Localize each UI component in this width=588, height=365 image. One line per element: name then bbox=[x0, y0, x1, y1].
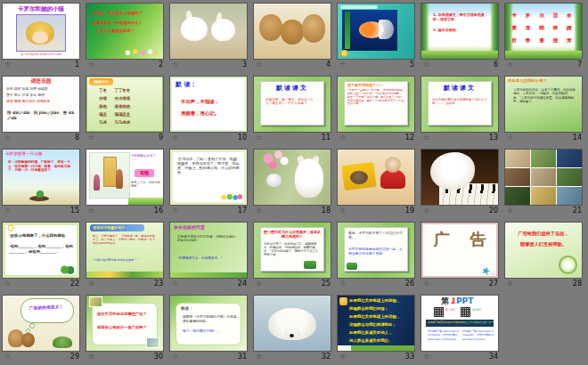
grass-decoration bbox=[128, 198, 163, 205]
transition-star-icon[interactable]: ☆ bbox=[4, 207, 11, 215]
message-line: 如果我们真诚关爱他人， bbox=[349, 330, 413, 336]
slide-thumbnail-4[interactable] bbox=[254, 4, 331, 59]
cat-photo-tile bbox=[505, 187, 530, 205]
transition-star-icon[interactable]: ☆ bbox=[172, 207, 178, 215]
logo-text: 1 bbox=[450, 296, 455, 306]
transition-star-icon[interactable]: ☆ bbox=[423, 207, 429, 215]
slide-thumbnail-28[interactable]: 广告给我们提供了信息，能够使人们互相帮助。 bbox=[505, 223, 582, 278]
transition-star-icon[interactable]: ☆ bbox=[88, 280, 94, 288]
transition-star-icon[interactable]: ☆ bbox=[172, 61, 178, 69]
slide-title: 卡罗尔想有一只小猫 bbox=[5, 151, 42, 157]
word-pair: 冷清 冷冷清清 bbox=[99, 96, 130, 101]
word-row: 渐渐 喵喵 软垫 待着 绒线团 bbox=[6, 87, 78, 92]
transition-star-icon[interactable]: ☆ bbox=[256, 134, 262, 142]
slide-thumbnail-29[interactable]: 广告的作用真大！ bbox=[3, 296, 79, 351]
child-figure bbox=[94, 174, 100, 191]
transition-star-icon[interactable]: ☆ bbox=[256, 280, 262, 288]
slide-thumbnail-24[interactable]: 体会伯洛的可爱它用身子蹭着卡罗尔的腿，冲她喵喵地叫，好像急切地说：“我愿意留下来… bbox=[170, 223, 247, 278]
transition-star-icon[interactable]: ☆ bbox=[507, 280, 513, 288]
slide-meta: ☆ 2 bbox=[86, 59, 165, 71]
transition-star-icon[interactable]: ☆ bbox=[507, 207, 513, 215]
transition-star-icon[interactable]: ☆ bbox=[4, 61, 11, 69]
slide-title: 词语乐园 bbox=[3, 78, 79, 85]
sprout-decoration bbox=[37, 191, 44, 198]
slide-thumbnail-18[interactable] bbox=[254, 150, 331, 205]
slide-thumbnail-2[interactable]: 同学们，你们喜欢小动物吗？你最喜欢的一种动物是什么？它为什么最惹你喜爱？ bbox=[86, 4, 163, 59]
slide-thumbnail-15[interactable]: 卡罗尔想有一只小猫这一天吃晚饭的时候，门铃响了，进来一个人，怀里抱着一只小猫。接… bbox=[3, 150, 79, 205]
slide-thumbnail-31[interactable]: 作业：回家把《卡罗尔和她的小猫》的故事讲给爸爸妈妈听。预习《我们家的小狗》。 bbox=[170, 296, 247, 351]
transition-star-icon[interactable]: ☆ bbox=[4, 280, 11, 288]
slide-meta: ☆ 34 bbox=[421, 351, 500, 363]
slide-number: 33 bbox=[405, 353, 414, 361]
slide-meta: ☆ 16 bbox=[86, 205, 165, 217]
transition-star-icon[interactable]: ☆ bbox=[339, 207, 346, 215]
message-line: 植物就会给我们回报； bbox=[349, 306, 413, 312]
slide-22-fill-blanks: ·好多小猫都来了，什么样的都有。·有的________，有的________，有… bbox=[3, 223, 81, 292]
slide-thumbnail-27[interactable]: 广 告★第一PPT bbox=[421, 223, 498, 278]
slide-thumbnail-12[interactable]: 读了课文我知道了——“卡罗尔一直想有一只小猫。”于是爸爸帮她在报纸上登了一则广告… bbox=[338, 77, 414, 132]
transition-star-icon[interactable]: ☆ bbox=[339, 353, 346, 361]
transition-star-icon[interactable]: ☆ bbox=[172, 280, 178, 288]
transition-star-icon[interactable]: ☆ bbox=[172, 353, 178, 361]
slide-thumbnail-25[interactable]: 想一想伯洛为什么没有离开，你是从哪儿知道的？卡罗尔打开门，伯洛蹲在门口，朝她咪咪… bbox=[254, 223, 331, 278]
slide-thumbnail-1[interactable]: 卡罗尔和她的小猫第一PPT模板网 WWW.1PPT.COM bbox=[3, 4, 79, 59]
corner-photo bbox=[146, 337, 159, 348]
slide-meta: ☆ 17 bbox=[170, 205, 249, 217]
transition-star-icon[interactable]: ☆ bbox=[423, 280, 429, 288]
slide-thumbnail-34[interactable]: 第1PPT第一PPT第1PPT想免费下载更多精品PPT模板吗？扫描上方二维码关注… bbox=[421, 296, 498, 351]
transition-star-icon[interactable]: ☆ bbox=[423, 61, 429, 69]
slide-meta: ☆ 11 bbox=[254, 132, 332, 144]
slide-thumbnail-19[interactable] bbox=[338, 150, 414, 205]
slide-meta: ☆ 7 bbox=[505, 59, 584, 71]
transition-star-icon[interactable]: ☆ bbox=[172, 134, 178, 142]
transition-star-icon[interactable]: ☆ bbox=[88, 134, 94, 142]
slide-thumbnail-7[interactable]: 卡 罗 尔 适 余凳 屉 喵 咪 蹭折 叠 漆 搜 滑 bbox=[505, 4, 582, 59]
slide-thumbnail-14[interactable]: 伯洛是只怎样的小猫？卡罗尔的猫叫伯洛，送走了小黑猫，伯洛咪咪地叫，卡罗尔说：“别… bbox=[505, 77, 582, 132]
slide-thumbnail-26[interactable]: 最后，卡罗尔终于有了一只自己的小猫。卡罗尔和伯洛幸福地生活在一起，人和动物之间充… bbox=[338, 223, 414, 278]
transition-star-icon[interactable]: ☆ bbox=[507, 61, 513, 69]
transition-star-icon[interactable]: ☆ bbox=[88, 207, 94, 215]
slide-thumbnail-17[interactable]: ·打这以后，门铃一直响个不停。猫越来越多，多得没处放了。院子里、花盆里、信箱上，… bbox=[170, 150, 247, 205]
slide-27-advertisement: 广 告★第一PPT ☆ 27 bbox=[421, 223, 500, 292]
slide-background bbox=[3, 77, 79, 132]
slide-thumbnail-23[interactable]: 读读这些有趣的句子：晚上，卡罗尔睡觉了，小猫蜷成一团，睡在她的被子上。第二天早上… bbox=[86, 223, 163, 278]
slide-thumbnail-30[interactable]: 你在生活中还见过哪些广告？试着自己也设计一条广告吧？ bbox=[86, 296, 163, 351]
slide-23-fun-sentences: 读读这些有趣的句子：晚上，卡罗尔睡觉了，小猫蜷成一团，睡在她的被子上。第二天早上… bbox=[86, 223, 165, 292]
slide-thumbnail-13[interactable]: 默读课文你认为课文哪些地方写得有趣？为什么？用 “——” 画出来。 bbox=[421, 77, 498, 132]
slide-meta: ☆ 9 bbox=[86, 132, 165, 144]
slide-thumbnail-3[interactable] bbox=[170, 4, 247, 59]
slide-thumbnail-11[interactable]: 默读课文边读边想：读了课文，你知道了什么？课文讲了一个什么故事？ bbox=[254, 77, 331, 132]
transition-star-icon[interactable]: ☆ bbox=[423, 134, 429, 142]
slide-thumbnail-9[interactable]: 读读记记丁冬 丁丁冬冬冷清 冷冷清清亲热 亲亲热热满意 满满意意马虎 马马虎虎 bbox=[86, 77, 163, 132]
slide-thumbnail-20[interactable] bbox=[421, 150, 498, 205]
slide-10-silent-reading: 默 读：不出声，不指读；用眼看，用心记。 ☆ 10 bbox=[170, 77, 249, 146]
slide-thumbnail-10[interactable]: 默 读：不出声，不指读；用眼看，用心记。 bbox=[170, 77, 247, 132]
transition-star-icon[interactable]: ☆ bbox=[339, 134, 346, 142]
slide-thumbnail-32[interactable] bbox=[254, 296, 331, 351]
transition-star-icon[interactable]: ☆ bbox=[256, 353, 262, 361]
cartoon-dog bbox=[21, 333, 35, 347]
qr-code bbox=[461, 307, 470, 317]
slide-thumbnail-8[interactable]: 词语乐园渐渐 喵喵 软垫 待着 绒线团屋子 思念 舒适 多余 滑稽喵喵 蹭蹭 黑… bbox=[3, 77, 79, 132]
slide-thumbnail-22[interactable]: ·好多小猫都来了，什么样的都有。·有的________，有的________，有… bbox=[3, 223, 79, 278]
slide-thumbnail-33[interactable]: 如果我们关爱地球上的植物，植物就会给我们回报；如果我们关爱地球上的动物，动物就会… bbox=[338, 296, 414, 351]
slide-thumbnail-6[interactable]: 1. 自由读课文，把生字读给同桌听，读准字音。2. 标出自然段。 bbox=[421, 4, 498, 59]
transition-star-icon[interactable]: ☆ bbox=[507, 134, 513, 142]
slide-thumbnail-16[interactable]: 小猫都被送出去了——奇怪联系上下文，说说你的理解。 bbox=[86, 150, 163, 205]
transition-star-icon[interactable]: ☆ bbox=[256, 207, 262, 215]
transition-star-icon[interactable]: ☆ bbox=[339, 61, 346, 69]
word-row: 喵喵 蹭蹭 黑白相间 湿漉答答 bbox=[6, 100, 78, 104]
slide-thumbnail-21[interactable] bbox=[505, 150, 582, 205]
homework-line: 回家把《卡罗尔和她的小猫》的故事讲给爸爸妈妈听。 bbox=[183, 315, 238, 323]
slide-number: 13 bbox=[489, 134, 498, 142]
slide-thumbnail-5[interactable] bbox=[338, 4, 414, 59]
transition-star-icon[interactable]: ☆ bbox=[339, 280, 346, 288]
transition-star-icon[interactable]: ☆ bbox=[423, 353, 429, 361]
slide-meta: ☆ 25 bbox=[254, 278, 332, 290]
transition-star-icon[interactable]: ☆ bbox=[4, 353, 11, 361]
transition-star-icon[interactable]: ☆ bbox=[88, 353, 94, 361]
body-text: 卡罗尔的猫叫伯洛，送走了小黑猫，伯洛咪咪地叫，卡罗尔说：“别难过，我会照顾你的。… bbox=[513, 88, 576, 104]
transition-star-icon[interactable]: ☆ bbox=[256, 61, 262, 69]
transition-star-icon[interactable]: ☆ bbox=[4, 134, 11, 142]
transition-star-icon[interactable]: ☆ bbox=[88, 61, 94, 69]
